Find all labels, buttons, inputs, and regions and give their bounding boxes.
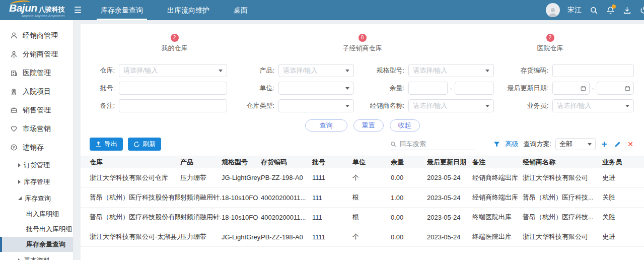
funnel-icon xyxy=(493,141,500,148)
product-select[interactable]: 请选择/输入 xyxy=(278,64,354,77)
plus-icon: + xyxy=(601,140,607,149)
column-header[interactable]: 规格型号 xyxy=(222,156,261,168)
caret-down-icon xyxy=(485,70,489,72)
advanced-link[interactable]: 高级 xyxy=(505,140,518,149)
power-icon[interactable] xyxy=(639,6,644,15)
refresh-button[interactable]: 刷新 xyxy=(128,138,161,151)
caret-down-icon xyxy=(345,87,349,90)
balance-min-input[interactable] xyxy=(412,85,444,92)
date-end-input[interactable] xyxy=(600,85,625,92)
query-scheme-select[interactable]: 全部 xyxy=(555,138,596,150)
sidebar-item-admission-projects[interactable]: 入院项目 xyxy=(0,82,73,101)
edit-scheme-button[interactable] xyxy=(613,140,622,149)
batch-number-input[interactable] xyxy=(119,82,227,95)
distributor-icon xyxy=(10,50,18,58)
field-label: 备注: xyxy=(90,101,119,110)
field-label: 仓库类型: xyxy=(235,101,278,110)
hospital-icon xyxy=(10,69,18,77)
download-icon[interactable] xyxy=(622,6,631,15)
chevron-right-icon xyxy=(18,163,21,167)
table-row[interactable]: 普昂（杭州）医疗科技股份有限公司-安... 射频消融用针... 18-10s10… xyxy=(81,208,644,227)
export-button[interactable]: 导出 xyxy=(90,138,123,151)
tab-desktop[interactable]: 桌面 xyxy=(222,0,260,20)
table-header-row: 仓库 产品 规格型号 存货编码 批号 单位 余量 最后更新日期 备注 经销商名称… xyxy=(81,156,644,168)
column-header[interactable]: 批号 xyxy=(312,156,352,168)
table-search[interactable] xyxy=(390,138,475,150)
filter-actions: 查询 重置 收起 xyxy=(81,119,644,132)
sidebar-item-hospital-management[interactable]: 医院管理 xyxy=(0,63,73,82)
count-badge: 2 xyxy=(546,34,554,42)
column-header[interactable]: 仓库 xyxy=(81,156,180,168)
top-navigation-bar: Bajun 八骏科技 Anyone,Anytime,Anywhere! ☰ 库存… xyxy=(0,0,644,20)
balance-max-input[interactable] xyxy=(458,85,490,92)
sidebar-item-sales-management[interactable]: 销售管理 xyxy=(0,101,73,119)
stock-code-input[interactable] xyxy=(552,64,634,77)
sidebar-item-marketing[interactable]: 市场营销 xyxy=(0,119,73,138)
sidebar-item-basic-data[interactable]: 基本资料 xyxy=(0,252,73,260)
column-header[interactable]: 最后更新日期 xyxy=(427,156,472,168)
sidebar-item-order-management[interactable]: 订货管理 xyxy=(0,157,73,173)
column-header[interactable]: 经销商名称 xyxy=(523,156,602,168)
column-header[interactable]: 业务员 xyxy=(602,156,644,168)
spec-model-select[interactable]: 请选择/输入 xyxy=(408,64,494,77)
field-label: 仓库: xyxy=(90,66,119,75)
column-header[interactable]: 单位 xyxy=(352,156,391,168)
calendar-icon[interactable] xyxy=(581,85,586,92)
table-search-input[interactable] xyxy=(400,140,475,148)
column-header[interactable]: 备注 xyxy=(472,156,523,168)
filter-funnel-icon[interactable] xyxy=(492,140,501,149)
logo-text: Bajun xyxy=(9,3,37,13)
unit-select[interactable] xyxy=(278,82,354,95)
count-badge: 0 xyxy=(359,34,367,42)
warehouse-type-select[interactable] xyxy=(278,99,354,112)
table-toolbar: 导出 刷新 高级 xyxy=(81,138,644,151)
sidebar-item-inventory[interactable]: 进销存 xyxy=(0,138,73,157)
sidebar-item-dealer-management[interactable]: 经销商管理 xyxy=(0,26,73,45)
add-scheme-button[interactable]: + xyxy=(600,140,609,149)
refresh-icon xyxy=(133,141,140,148)
field-label: 存货编码: xyxy=(502,66,552,75)
column-header[interactable]: 存货编码 xyxy=(261,156,312,168)
dealer-name-select[interactable]: 请选择/输入 xyxy=(408,99,494,112)
stat-my-warehouse[interactable]: 2 我的仓库 xyxy=(81,32,268,53)
main-content: 2 我的仓库 0 子经销商仓库 2 医院仓库 仓库: 请选择/输入 xyxy=(74,20,644,260)
sidebar-item-distributor-management[interactable]: 分销商管理 xyxy=(0,45,73,63)
tab-inventory-balance[interactable]: 库存余量查询 xyxy=(89,0,155,20)
search-icon[interactable] xyxy=(589,6,598,15)
calendar-icon[interactable] xyxy=(625,85,630,92)
table-row[interactable]: 浙江大华科技有限公司仓库 压力绷带 JG-LightGrey... PB-ZZ-… xyxy=(81,168,644,188)
field-label: 规格型号: xyxy=(362,66,408,75)
caret-down-icon xyxy=(625,105,629,107)
tab-outbound-flow[interactable]: 出库流向维护 xyxy=(155,0,222,20)
remark-input[interactable] xyxy=(119,99,227,112)
table-row[interactable]: 浙江大华科技有限公司-太湖县人民医院... 压力绷带 JG-LightGrey.… xyxy=(81,227,644,247)
stat-sub-dealer-warehouse[interactable]: 0 子经销商仓库 xyxy=(268,32,456,53)
column-header[interactable]: 余量 xyxy=(391,156,427,168)
reset-button[interactable]: 重置 xyxy=(353,119,384,132)
hamburger-menu-icon[interactable]: ☰ xyxy=(74,5,82,16)
warehouse-select[interactable]: 请选择/输入 xyxy=(119,64,227,77)
table-row[interactable]: 普昂（杭州）医疗科技股份有限公司仓库 射频消融用针... 18-10s10FO … xyxy=(81,188,644,208)
app-logo[interactable]: Bajun 八骏科技 Anyone,Anytime,Anywhere! xyxy=(9,3,65,18)
user-name[interactable]: 宋江 xyxy=(567,6,582,15)
salesman-select[interactable]: 请选择/输入 xyxy=(552,99,634,112)
query-button[interactable]: 查询 xyxy=(305,119,347,132)
sidebar-item-stock-query[interactable]: 库存查询 xyxy=(0,190,73,207)
sidebar-item-stock-management[interactable]: 库存管理 xyxy=(0,173,73,190)
chevron-right-icon xyxy=(18,180,21,184)
heart-icon xyxy=(10,125,18,133)
logo-tagline: Anyone,Anytime,Anywhere! xyxy=(22,14,65,18)
column-header[interactable]: 产品 xyxy=(180,156,222,168)
sidebar-item-inout-detail[interactable]: 出入库明细 xyxy=(0,207,73,222)
date-start-input[interactable] xyxy=(556,85,581,92)
notification-bell-icon[interactable] xyxy=(606,6,615,15)
delete-scheme-button[interactable]: ✕ xyxy=(626,140,635,149)
stat-hospital-warehouse[interactable]: 2 医院仓库 xyxy=(456,32,644,53)
count-badge: 2 xyxy=(171,34,179,42)
collapse-button[interactable]: 收起 xyxy=(390,119,420,132)
sidebar-item-batch-inout-detail[interactable]: 批号出入库明细 xyxy=(0,222,73,237)
sidebar-item-inventory-balance-query[interactable]: 库存余量查询 xyxy=(0,237,73,252)
caret-down-icon xyxy=(219,70,223,72)
user-avatar[interactable] xyxy=(546,3,560,17)
caret-down-icon xyxy=(588,143,592,146)
